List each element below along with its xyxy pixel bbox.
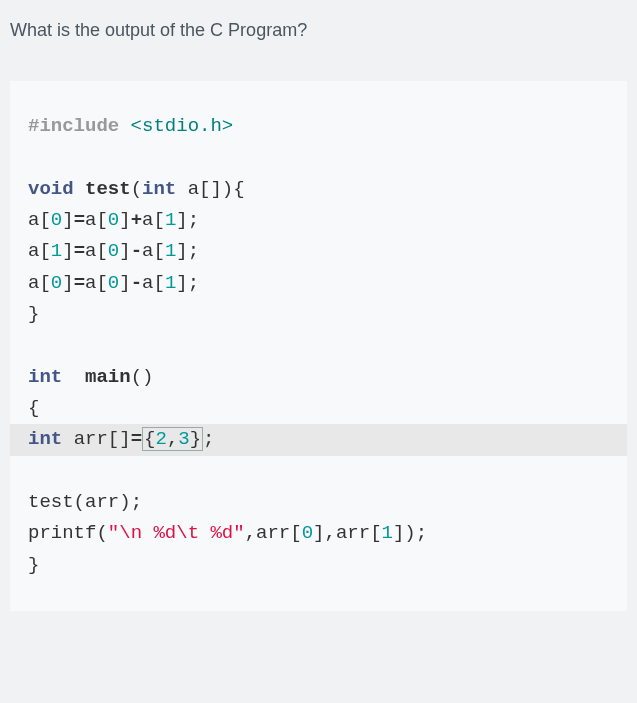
selection-box: {2,3}: [142, 427, 203, 451]
question-text: What is the output of the C Program?: [0, 0, 637, 51]
highlighted-line: int arr[]={2,3};: [10, 424, 627, 455]
keyword-void: void: [28, 178, 74, 200]
code-block: #include <stdio.h> void test(int a[]){ a…: [10, 81, 627, 611]
string-literal: "\n %d\t %d": [108, 522, 245, 544]
function-main: main: [85, 366, 131, 388]
preprocessor: #include: [28, 115, 119, 137]
keyword-int: int: [142, 178, 176, 200]
header-file: <stdio.h>: [119, 115, 233, 137]
function-name: test: [85, 178, 131, 200]
keyword-int: int: [28, 366, 62, 388]
